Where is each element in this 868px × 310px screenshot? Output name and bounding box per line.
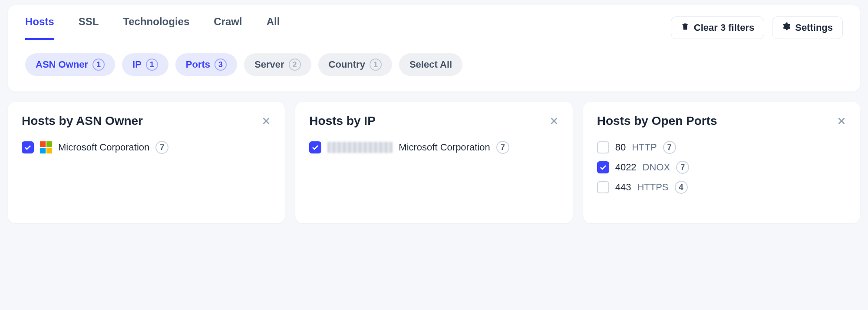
chip-ports[interactable]: Ports3	[175, 53, 237, 76]
card-asn-owner: Hosts by ASN Owner Microsoft Corporation…	[8, 102, 285, 223]
tab-all[interactable]: All	[267, 16, 280, 40]
count-badge: 4	[675, 181, 688, 194]
chip-asn-owner[interactable]: ASN Owner1	[25, 53, 115, 76]
chip-country[interactable]: Country1	[318, 53, 392, 76]
list-item[interactable]: Microsoft Corporation7	[22, 137, 271, 157]
close-icon[interactable]	[261, 116, 271, 126]
card-title: Hosts by Open Ports	[597, 114, 717, 128]
chip-count: 1	[146, 59, 158, 71]
port-protocol: DNOX	[643, 162, 670, 173]
tab-ssl[interactable]: SSL	[79, 16, 99, 40]
count-badge: 7	[155, 141, 168, 154]
top-panel: HostsSSLTechnologiesCrawlAll Clear 3 fil…	[8, 5, 860, 91]
trash-icon	[681, 22, 690, 33]
chip-count: 1	[370, 59, 382, 71]
count-badge: 7	[496, 141, 509, 154]
checkbox[interactable]	[309, 141, 321, 153]
close-icon[interactable]	[837, 116, 846, 126]
port-number: 80	[615, 142, 626, 153]
card-title: Hosts by ASN Owner	[22, 114, 143, 128]
chip-label: Country	[329, 59, 365, 70]
chip-ip[interactable]: IP1	[122, 53, 168, 76]
card-ip: Hosts by IP Microsoft Corporation7	[295, 102, 572, 223]
gear-icon	[782, 22, 791, 33]
port-protocol: HTTP	[632, 142, 657, 153]
list-item[interactable]: 80HTTP7	[597, 137, 846, 157]
chip-label: Server	[254, 59, 284, 70]
clear-filters-label: Clear 3 filters	[694, 22, 754, 33]
count-badge: 7	[663, 141, 676, 154]
chip-count: 1	[92, 59, 105, 71]
tab-technologies[interactable]: Technologies	[123, 16, 189, 40]
checkbox[interactable]	[597, 161, 609, 173]
chip-label: Ports	[186, 59, 210, 70]
settings-button[interactable]: Settings	[772, 16, 843, 39]
item-label: Microsoft Corporation	[58, 142, 149, 153]
chip-label: Select All	[409, 59, 452, 70]
tab-crawl[interactable]: Crawl	[214, 16, 242, 40]
chip-count: 3	[215, 59, 227, 71]
tab-hosts[interactable]: Hosts	[25, 16, 54, 40]
checkbox[interactable]	[597, 181, 609, 193]
chip-count: 2	[289, 59, 301, 71]
checkbox[interactable]	[22, 141, 34, 153]
settings-label: Settings	[795, 22, 833, 33]
port-protocol: HTTPS	[637, 182, 668, 193]
port-number: 443	[615, 182, 631, 193]
item-label: Microsoft Corporation	[399, 142, 490, 153]
checkbox[interactable]	[597, 141, 609, 153]
card-title: Hosts by IP	[309, 114, 375, 128]
close-icon[interactable]	[549, 116, 559, 126]
chip-server[interactable]: Server2	[244, 53, 311, 76]
redacted-ip	[327, 142, 393, 153]
list-item[interactable]: 4022DNOX7	[597, 157, 846, 177]
list-item[interactable]: Microsoft Corporation7	[309, 137, 558, 157]
list-item[interactable]: 443HTTPS4	[597, 177, 846, 197]
port-number: 4022	[615, 162, 637, 173]
chip-select-all[interactable]: Select All	[399, 53, 462, 76]
count-badge: 7	[676, 161, 689, 174]
microsoft-logo-icon	[40, 141, 52, 153]
chip-label: IP	[132, 59, 142, 70]
tabs: HostsSSLTechnologiesCrawlAll	[25, 16, 280, 40]
clear-filters-button[interactable]: Clear 3 filters	[671, 16, 764, 39]
card-open-ports: Hosts by Open Ports 80HTTP74022DNOX7443H…	[583, 102, 860, 223]
chip-label: ASN Owner	[36, 59, 88, 70]
filter-chips: ASN Owner1IP1Ports3Server2Country1Select…	[8, 40, 860, 91]
